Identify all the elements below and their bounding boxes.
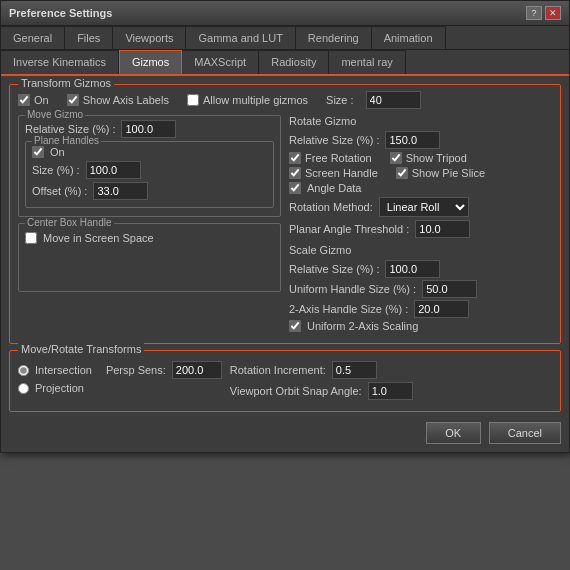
scale-relative-input[interactable] bbox=[385, 260, 440, 278]
transform-gizmos-label: Transform Gizmos bbox=[18, 77, 114, 89]
tab-gizmos[interactable]: Gizmos bbox=[119, 50, 182, 74]
move-relative-size-label: Relative Size (%) : bbox=[25, 123, 115, 135]
rotation-increment-row: Rotation Increment: bbox=[230, 361, 413, 379]
transform-gizmos-top-row: On Show Axis Labels Allow multiple gizmo… bbox=[18, 91, 552, 109]
show-pie-checkbox[interactable] bbox=[396, 167, 408, 179]
angle-data-checkbox[interactable] bbox=[289, 182, 301, 194]
two-col-layout: Move Gizmo Relative Size (%) : Plane Han… bbox=[18, 115, 552, 335]
show-axis-label: Show Axis Labels bbox=[83, 94, 169, 106]
move-rotate-label: Move/Rotate Transforms bbox=[18, 343, 144, 355]
tab-radiosity[interactable]: Radiosity bbox=[259, 50, 329, 74]
title-bar-buttons: ? ✕ bbox=[526, 6, 561, 20]
tab-mental-ray[interactable]: mental ray bbox=[329, 50, 405, 74]
cancel-button[interactable]: Cancel bbox=[489, 422, 561, 444]
rotate-relative-input[interactable] bbox=[385, 131, 440, 149]
show-tripod-wrap: Show Tripod bbox=[390, 152, 467, 164]
move-rotate-two-col: Intersection Persp Sens: Projection Rota… bbox=[18, 361, 552, 403]
free-rotation-wrap: Free Rotation bbox=[289, 152, 372, 164]
intersection-radio[interactable] bbox=[18, 365, 29, 376]
intersection-label: Intersection bbox=[35, 364, 92, 376]
tab-animation[interactable]: Animation bbox=[372, 26, 446, 49]
plane-handles-on-row: On bbox=[32, 146, 267, 158]
rotation-increment-label: Rotation Increment: bbox=[230, 364, 326, 376]
center-box-move-checkbox[interactable] bbox=[25, 232, 37, 244]
size-input[interactable] bbox=[366, 91, 421, 109]
screen-handle-checkbox[interactable] bbox=[289, 167, 301, 179]
tab-rendering[interactable]: Rendering bbox=[296, 26, 372, 49]
allow-multiple-label: Allow multiple gizmos bbox=[203, 94, 308, 106]
plane-handles-on-label: On bbox=[50, 146, 65, 158]
rotation-increment-input[interactable] bbox=[332, 361, 377, 379]
uniform-handle-input[interactable] bbox=[422, 280, 477, 298]
planar-angle-label: Planar Angle Threshold : bbox=[289, 223, 409, 235]
left-column: Move Gizmo Relative Size (%) : Plane Han… bbox=[18, 115, 281, 335]
rotate-gizmo-header: Rotate Gizmo bbox=[289, 115, 552, 127]
rotate-gizmo-section: Rotate Gizmo Relative Size (%) : Free Ro… bbox=[289, 115, 552, 238]
tab-maxscript[interactable]: MAXScript bbox=[182, 50, 259, 74]
move-rotate-right: Rotation Increment: Viewport Orbit Snap … bbox=[230, 361, 413, 403]
rotate-row1: Free Rotation Show Tripod bbox=[289, 152, 552, 164]
tab-viewports[interactable]: Viewports bbox=[113, 26, 186, 49]
show-axis-checkbox-wrap: Show Axis Labels bbox=[67, 94, 169, 106]
uniform-scaling-row: Uniform 2-Axis Scaling bbox=[289, 320, 552, 332]
show-tripod-checkbox[interactable] bbox=[390, 152, 402, 164]
plane-handles-on-checkbox[interactable] bbox=[32, 146, 44, 158]
tabs-row-1: General Files Viewports Gamma and LUT Re… bbox=[1, 26, 569, 50]
plane-size-input[interactable] bbox=[86, 161, 141, 179]
footer-buttons: OK Cancel bbox=[9, 418, 561, 444]
ok-button[interactable]: OK bbox=[426, 422, 481, 444]
move-rotate-left: Intersection Persp Sens: Projection bbox=[18, 361, 222, 403]
viewport-snap-row: Viewport Orbit Snap Angle: bbox=[230, 382, 413, 400]
center-box-group: Center Box Handle Move in Screen Space bbox=[18, 223, 281, 292]
persp-label: Persp Sens: bbox=[106, 364, 166, 376]
show-pie-wrap: Show Pie Slice bbox=[396, 167, 485, 179]
tab-files[interactable]: Files bbox=[65, 26, 113, 49]
intersection-row: Intersection Persp Sens: bbox=[18, 361, 222, 379]
screen-handle-wrap: Screen Handle bbox=[289, 167, 378, 179]
on-checkbox[interactable] bbox=[18, 94, 30, 106]
uniform-scaling-checkbox[interactable] bbox=[289, 320, 301, 332]
rotation-method-dropdown[interactable]: Linear Roll No Flip Shortest Arc bbox=[379, 197, 469, 217]
planar-angle-row: Planar Angle Threshold : bbox=[289, 220, 552, 238]
viewport-snap-input[interactable] bbox=[368, 382, 413, 400]
close-button[interactable]: ✕ bbox=[545, 6, 561, 20]
allow-multiple-checkbox-wrap: Allow multiple gizmos bbox=[187, 94, 308, 106]
two-axis-handle-row: 2-Axis Handle Size (%) : bbox=[289, 300, 552, 318]
show-pie-label: Show Pie Slice bbox=[412, 167, 485, 179]
window-title: Preference Settings bbox=[9, 7, 112, 19]
allow-multiple-checkbox[interactable] bbox=[187, 94, 199, 106]
uniform-scaling-label: Uniform 2-Axis Scaling bbox=[307, 320, 418, 332]
plane-handles-offset-row: Offset (%) : bbox=[32, 182, 267, 200]
content-area: Transform Gizmos On Show Axis Labels All… bbox=[1, 76, 569, 452]
plane-offset-label: Offset (%) : bbox=[32, 185, 87, 197]
show-tripod-label: Show Tripod bbox=[406, 152, 467, 164]
help-button[interactable]: ? bbox=[526, 6, 542, 20]
title-bar: Preference Settings ? ✕ bbox=[1, 1, 569, 26]
persp-input[interactable] bbox=[172, 361, 222, 379]
move-gizmo-label: Move Gizmo bbox=[25, 109, 85, 120]
move-relative-size-input[interactable] bbox=[121, 120, 176, 138]
projection-radio[interactable] bbox=[18, 383, 29, 394]
rotate-row2: Screen Handle Show Pie Slice bbox=[289, 167, 552, 179]
rotation-method-row: Rotation Method: Linear Roll No Flip Sho… bbox=[289, 197, 552, 217]
angle-data-label: Angle Data bbox=[307, 182, 361, 194]
plane-handles-size-row: Size (%) : bbox=[32, 161, 267, 179]
angle-data-row: Angle Data bbox=[289, 182, 552, 194]
free-rotation-label: Free Rotation bbox=[305, 152, 372, 164]
plane-offset-input[interactable] bbox=[93, 182, 148, 200]
planar-angle-input[interactable] bbox=[415, 220, 470, 238]
center-box-move-label: Move in Screen Space bbox=[43, 232, 154, 244]
tab-general[interactable]: General bbox=[1, 26, 65, 49]
two-axis-input[interactable] bbox=[414, 300, 469, 318]
plane-handles-group: Plane Handles On Size (%) : Offset (%) : bbox=[25, 141, 274, 208]
right-column: Rotate Gizmo Relative Size (%) : Free Ro… bbox=[289, 115, 552, 335]
rotate-relative-size-row: Relative Size (%) : bbox=[289, 131, 552, 149]
tab-inverse-kinematics[interactable]: Inverse Kinematics bbox=[1, 50, 119, 74]
viewport-snap-label: Viewport Orbit Snap Angle: bbox=[230, 385, 362, 397]
on-label: On bbox=[34, 94, 49, 106]
show-axis-checkbox[interactable] bbox=[67, 94, 79, 106]
tab-gamma-lut[interactable]: Gamma and LUT bbox=[186, 26, 295, 49]
scale-gizmo-section: Scale Gizmo Relative Size (%) : Uniform … bbox=[289, 244, 552, 332]
free-rotation-checkbox[interactable] bbox=[289, 152, 301, 164]
screen-handle-label: Screen Handle bbox=[305, 167, 378, 179]
